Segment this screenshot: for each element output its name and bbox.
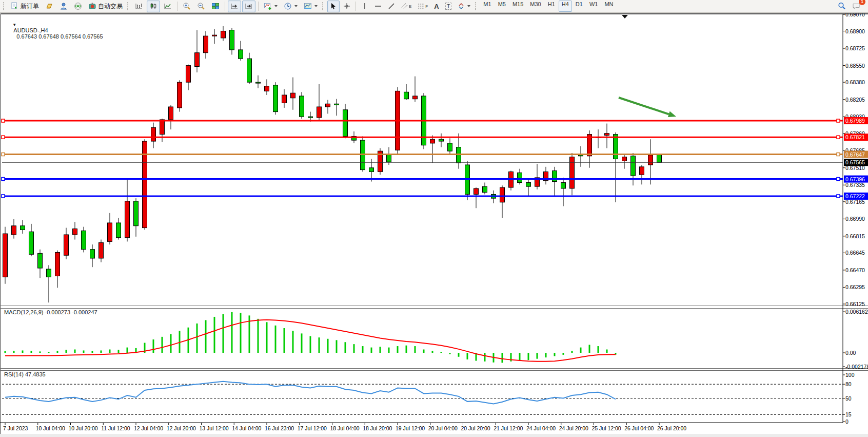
candle-body (116, 223, 121, 238)
horizontal-line-0.67647[interactable]: 0.67647 (2, 151, 868, 158)
hline-handle[interactable] (2, 119, 5, 122)
rsi-tick-label: 0 (845, 419, 849, 425)
horizontal-line-0.67396[interactable]: 0.67396 (2, 176, 868, 183)
candlestick-chart-button[interactable] (147, 1, 160, 12)
timeframe-button-M5[interactable]: M5 (495, 1, 509, 12)
label-tool-button[interactable]: T (443, 1, 455, 12)
new-order-button[interactable]: 新订单 (8, 1, 42, 12)
chart-window[interactable]: 0.690700.689000.687250.685500.683800.682… (0, 13, 868, 437)
line-chart-button[interactable] (161, 1, 174, 12)
periods-button[interactable] (281, 1, 300, 12)
price-tick-label: 0.66645 (845, 250, 865, 256)
time-tick-label: 16 Jul 23:00 (265, 425, 294, 431)
candle-body (239, 50, 243, 59)
candle-body (38, 253, 43, 268)
timeframe-button-H4[interactable]: H4 (559, 1, 572, 12)
tile-windows-icon (211, 2, 220, 10)
timeframe-button-M15[interactable]: M15 (509, 1, 526, 12)
hline-price-label: 0.67647 (845, 151, 865, 158)
community-button[interactable] (57, 1, 70, 12)
candle-body (561, 182, 566, 188)
fibo-letter: F (425, 4, 428, 9)
chart-collapse-icon[interactable]: ▼ (12, 23, 16, 27)
toolbar-grip[interactable] (127, 2, 130, 10)
broadcast-icon (74, 2, 82, 10)
candle-body (90, 250, 95, 258)
timeframe-button-MN[interactable]: MN (601, 1, 616, 12)
templates-icon (304, 2, 312, 10)
fibonacci-tool-button[interactable]: F (415, 1, 430, 12)
zoom-out-icon (197, 2, 205, 10)
trendline-tool-button[interactable] (385, 1, 398, 12)
chart-canvas[interactable]: 0.690700.689000.687250.685500.683800.682… (0, 13, 868, 437)
candle-body (108, 223, 112, 241)
candle-body (526, 182, 531, 186)
price-tick-label: 0.66990 (845, 216, 865, 222)
macd-tick-label: 0.00 (845, 350, 856, 356)
horizontal-line-0.67989[interactable]: 0.67989 (2, 117, 868, 124)
hline-handle[interactable] (2, 195, 5, 198)
bar-chart-button[interactable] (132, 1, 146, 12)
timeframe-button-M30[interactable]: M30 (527, 1, 544, 12)
candle-body (648, 155, 653, 165)
signals-button[interactable] (71, 1, 85, 12)
rsi-tick-label: 100 (845, 372, 855, 378)
hline-handle[interactable] (2, 136, 5, 139)
arrow-shaft[interactable] (619, 98, 669, 114)
crosshair-icon (343, 3, 350, 10)
zoom-out-button[interactable] (194, 1, 208, 12)
horizontal-line-tool-button[interactable] (372, 1, 384, 12)
auto-scroll-button[interactable] (228, 1, 241, 12)
chat-button[interactable]: 1 (850, 1, 863, 12)
tile-windows-button[interactable] (209, 1, 222, 12)
hline-handle[interactable] (837, 119, 840, 122)
hline-handle[interactable] (837, 178, 840, 181)
price-tick-label: 0.68380 (845, 79, 865, 85)
candle-body (430, 139, 435, 143)
channel-tool-button[interactable]: E (399, 1, 414, 12)
macd-axis: 0.0061620.00-0.002178 (843, 309, 868, 370)
periods-caret (294, 5, 298, 7)
candle-body (204, 36, 208, 53)
auto-scroll-icon (230, 2, 239, 10)
hline-handle[interactable] (837, 153, 840, 156)
hline-handle[interactable] (2, 178, 5, 181)
macd-indicator-label: MACD(12,26,9) -0.000273 -0.000247 (4, 309, 97, 315)
auto-trading-button[interactable]: 自动交易 (86, 1, 125, 12)
toolbar-grip[interactable] (3, 2, 6, 10)
candle-body (282, 95, 287, 103)
new-order-label: 新订单 (21, 2, 39, 11)
hline-handle[interactable] (837, 195, 840, 198)
time-tick-label: 13 Jul 12:00 (200, 425, 229, 431)
candle-body (73, 229, 77, 234)
arrows-tool-button[interactable] (455, 1, 473, 12)
timeframe-button-D1[interactable]: D1 (573, 1, 586, 12)
hline-handle[interactable] (2, 153, 5, 156)
chart-shift-button[interactable] (242, 1, 255, 12)
candle-body (221, 31, 226, 38)
crosshair-tool-button[interactable] (341, 1, 353, 12)
toolbar-grip[interactable] (475, 2, 478, 10)
zoom-in-button[interactable] (180, 1, 193, 12)
indicators-button[interactable] (261, 1, 280, 12)
candle-body (413, 96, 418, 99)
horizontal-line-0.67222[interactable]: 0.67222 (2, 193, 868, 200)
timeframe-button-H1[interactable]: H1 (545, 1, 558, 12)
timeframe-button-M1[interactable]: M1 (480, 1, 494, 12)
time-tick-label: 25 Jul 12:00 (592, 425, 621, 431)
trend-arrow-annotation[interactable] (619, 98, 676, 117)
hline-handle[interactable] (837, 136, 840, 139)
arrow-head[interactable] (668, 111, 676, 117)
candle-body (570, 157, 575, 188)
toolbar-grip[interactable] (322, 2, 325, 10)
search-button[interactable] (835, 1, 849, 12)
rsi-indicator-label: RSI(14) 47.4835 (4, 371, 46, 377)
clock-icon (284, 2, 292, 10)
text-tool-button[interactable]: A (431, 1, 441, 12)
time-tick-label: 7 Jul 2023 (3, 425, 28, 431)
vertical-line-tool-button[interactable] (359, 1, 371, 12)
timeframe-button-W1[interactable]: W1 (586, 1, 601, 12)
profiles-button[interactable] (43, 1, 56, 12)
templates-button[interactable] (301, 1, 320, 12)
cursor-tool-button[interactable] (327, 1, 340, 12)
